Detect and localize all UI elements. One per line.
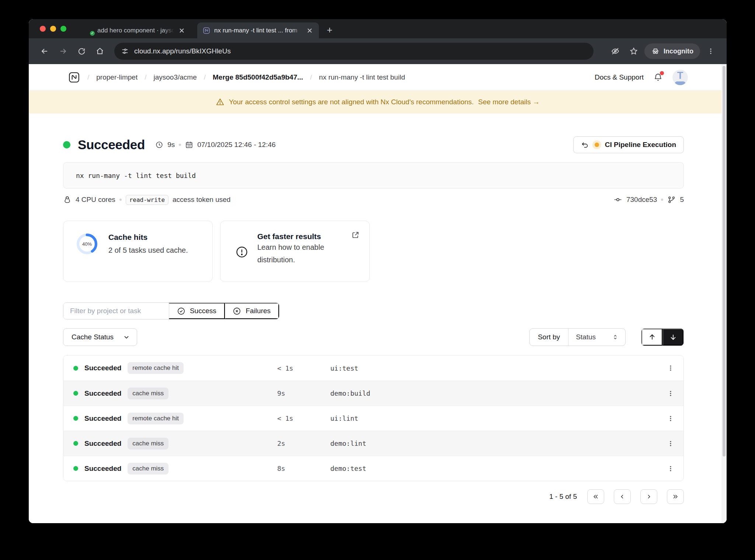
table-row[interactable]: Succeeded cache miss 2s demo:lint	[63, 431, 683, 456]
task-name[interactable]: demo:build	[330, 389, 658, 397]
undo-icon	[581, 141, 589, 149]
distribution-line2: distribution.	[257, 253, 324, 266]
back-button[interactable]	[37, 43, 52, 59]
row-menu-icon[interactable]	[664, 437, 677, 450]
notifications-bell-icon[interactable]	[653, 73, 663, 82]
distribution-card[interactable]: Get faster results Learn how to enable d…	[220, 221, 370, 282]
tab-github-pr[interactable]: ✓ add hero component · jaysoo3	[80, 22, 191, 38]
sort-by-label: Sort by	[530, 329, 568, 346]
row-menu-icon[interactable]	[664, 362, 677, 374]
forward-button[interactable]	[55, 43, 71, 59]
incognito-badge[interactable]: Incognito	[644, 43, 700, 59]
first-page-button[interactable]	[587, 489, 604, 504]
tab-close-icon[interactable]	[306, 27, 314, 35]
scrollbar-thumb[interactable]	[723, 66, 726, 456]
site-settings-icon[interactable]	[121, 47, 129, 55]
task-status-label: Succeeded	[84, 465, 121, 473]
tab-title: add hero component · jaysoo3	[97, 27, 174, 34]
cache-card-subtitle: 2 of 5 tasks used cache.	[108, 246, 188, 255]
alert-circle-icon	[235, 245, 248, 266]
warning-triangle-icon	[216, 98, 225, 106]
tab-nx-run[interactable]: nx run-many -t lint test ... from	[197, 22, 319, 38]
cache-hits-card[interactable]: 40% Cache hits 2 of 5 tasks used cache.	[63, 221, 213, 282]
run-duration: 9s	[167, 141, 175, 149]
filter-failures-label: Failures	[246, 307, 271, 315]
maximize-window-button[interactable]	[60, 26, 66, 32]
cache-status-badge: cache miss	[128, 388, 168, 399]
clock-icon	[155, 141, 163, 149]
row-menu-icon[interactable]	[664, 412, 677, 425]
breadcrumb-run[interactable]: nx run-many -t lint test build	[319, 73, 405, 81]
table-row[interactable]: Succeeded remote cache hit < 1s ui:test	[63, 356, 683, 381]
notification-dot	[660, 71, 664, 75]
row-menu-icon[interactable]	[664, 462, 677, 475]
run-status-title: Succeeded	[78, 137, 145, 152]
arrow-up-icon	[648, 333, 656, 341]
run-command-text: nx run-many -t lint test build	[76, 172, 196, 179]
sort-descending-button[interactable]	[662, 329, 683, 346]
arrow-down-icon	[669, 333, 677, 341]
next-page-button[interactable]	[640, 489, 657, 504]
breadcrumb-commit[interactable]: Merge 85d500f42d5a9b47...	[213, 73, 303, 81]
task-name[interactable]: ui:test	[330, 364, 658, 372]
task-status-dot	[73, 391, 78, 396]
minimize-window-button[interactable]	[50, 26, 56, 32]
bookmark-star-icon[interactable]	[626, 43, 641, 59]
cache-status-badge: cache miss	[128, 438, 168, 449]
breadcrumb: / proper-limpet / jaysoo3/acme / Merge 8…	[68, 71, 405, 84]
breadcrumb-separator: /	[87, 73, 89, 81]
tab-close-icon[interactable]	[178, 27, 186, 35]
reload-button[interactable]	[74, 43, 89, 59]
breadcrumb-repo[interactable]: jaysoo3/acme	[154, 73, 197, 81]
address-bar[interactable]: cloud.nx.app/runs/BkIXGHleUs	[114, 43, 594, 60]
breadcrumb-workspace[interactable]: proper-limpet	[96, 73, 138, 81]
sort-field-select[interactable]: Status	[568, 329, 625, 346]
external-link-icon[interactable]	[351, 231, 360, 239]
table-row[interactable]: Succeeded cache miss 9s demo:build	[63, 381, 683, 406]
new-tab-button[interactable]: +	[324, 24, 335, 36]
previous-page-button[interactable]	[614, 489, 631, 504]
commit-sha[interactable]: 730dce53	[626, 196, 657, 204]
avatar[interactable]: T	[672, 70, 688, 85]
browser-toolbar: cloud.nx.app/runs/BkIXGHleUs Incognito	[29, 38, 727, 64]
commit-icon	[613, 195, 622, 204]
summary-cards: 40% Cache hits 2 of 5 tasks used cache.	[63, 221, 684, 282]
nx-logo-icon[interactable]	[68, 71, 80, 84]
sort-direction-group	[641, 328, 684, 346]
chevron-right-icon	[646, 493, 652, 500]
task-name[interactable]: ui:lint	[330, 414, 658, 422]
page-scrollbar[interactable]	[721, 64, 727, 523]
breadcrumb-separator: /	[145, 73, 146, 81]
banner-details-link[interactable]: See more details →	[478, 98, 540, 106]
cache-status-dropdown[interactable]: Cache Status	[63, 328, 137, 346]
cache-donut-chart: 40%	[76, 233, 98, 255]
table-row[interactable]: Succeeded cache miss 8s demo:test	[63, 456, 683, 481]
avatar-band	[675, 81, 686, 85]
task-name[interactable]: demo:lint	[330, 440, 658, 447]
eye-off-icon[interactable]	[608, 43, 623, 59]
filter-input[interactable]	[63, 303, 169, 319]
github-favicon: ✓	[86, 27, 94, 35]
docs-support-link[interactable]: Docs & Support	[595, 73, 644, 81]
filter-success-button[interactable]: Success	[169, 303, 225, 319]
ci-pipeline-execution-button[interactable]: CI Pipeline Execution	[573, 136, 684, 153]
home-button[interactable]	[92, 43, 108, 59]
cache-status-badge: remote cache hit	[128, 362, 184, 374]
row-menu-icon[interactable]	[664, 387, 677, 400]
filter-failures-button[interactable]: Failures	[225, 303, 279, 319]
last-page-button[interactable]	[667, 489, 684, 504]
sort-ascending-button[interactable]	[641, 329, 662, 346]
browser-menu-icon[interactable]	[703, 43, 719, 59]
chevron-left-icon	[619, 493, 626, 500]
task-name[interactable]: demo:test	[330, 465, 658, 472]
close-window-button[interactable]	[40, 26, 46, 32]
distribution-card-title: Get faster results	[257, 232, 324, 241]
pipeline-button-label: CI Pipeline Execution	[605, 141, 676, 149]
meta-separator-dot	[661, 199, 663, 201]
task-duration: 9s	[277, 389, 330, 397]
branch-count[interactable]: 5	[680, 196, 684, 204]
status-dot	[63, 141, 70, 148]
table-row[interactable]: Succeeded remote cache hit < 1s ui:lint	[63, 406, 683, 431]
chevron-down-icon	[123, 333, 130, 341]
task-status-label: Succeeded	[84, 364, 121, 372]
